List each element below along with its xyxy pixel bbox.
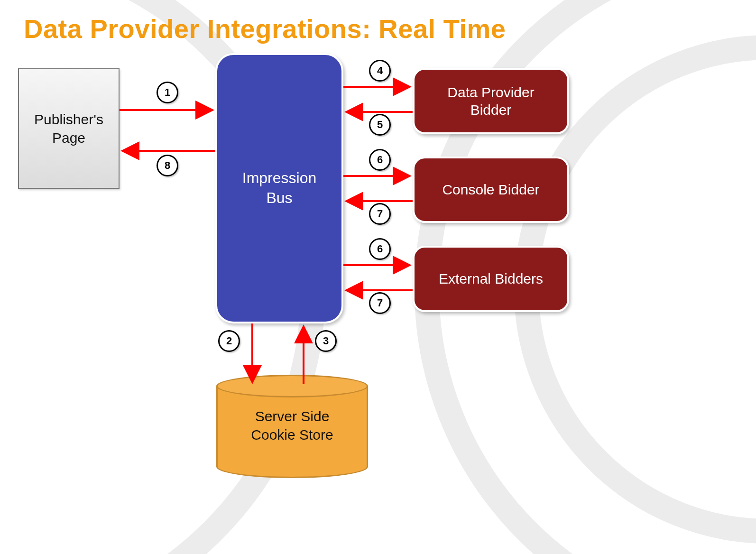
node-label: Console Bidder: [442, 181, 539, 199]
node-impression-bus: Impression Bus: [215, 53, 343, 323]
node-label: Impression Bus: [242, 168, 317, 208]
step-8: 8: [157, 155, 178, 176]
step-6-external: 6: [369, 238, 391, 260]
step-7-console: 7: [369, 203, 391, 225]
node-external-bidders: External Bidders: [413, 246, 569, 312]
step-4: 4: [369, 60, 391, 82]
step-3: 3: [315, 330, 337, 352]
step-6-console: 6: [369, 149, 391, 171]
step-7-external: 7: [369, 292, 391, 314]
node-publisher-page: Publisher's Page: [18, 68, 120, 189]
node-label: Data Provider Bidder: [447, 83, 534, 119]
cylinder-bottom: [216, 455, 368, 478]
step-1: 1: [157, 82, 178, 103]
diagram-canvas: Publisher's Page Impression Bus Data Pro…: [0, 0, 756, 554]
step-5: 5: [369, 114, 391, 136]
node-label: Server Side Cookie Store: [216, 407, 368, 444]
step-2: 2: [218, 330, 240, 352]
node-label: Publisher's Page: [34, 110, 103, 147]
node-label: External Bidders: [439, 270, 543, 288]
node-cookie-store: Server Side Cookie Store: [216, 375, 368, 478]
node-data-provider-bidder: Data Provider Bidder: [413, 68, 569, 134]
cylinder-top: [216, 375, 368, 397]
node-console-bidder: Console Bidder: [413, 157, 569, 223]
